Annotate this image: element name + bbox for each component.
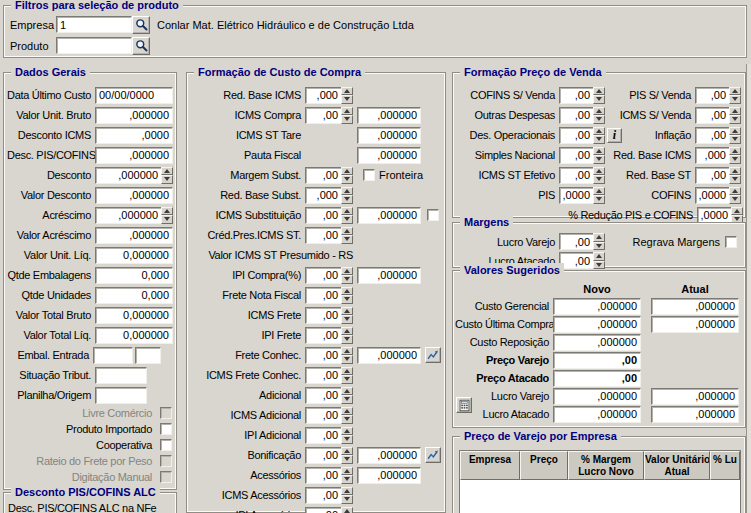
spinner[interactable]	[731, 207, 743, 224]
situacao-tribut-field[interactable]	[95, 367, 147, 384]
spinner[interactable]	[341, 507, 353, 513]
icms-compra-valor-field[interactable]: ,000000	[357, 107, 421, 124]
red-base-subst-spin-field[interactable]: ,000	[305, 187, 353, 204]
spinner[interactable]	[341, 267, 353, 284]
spin-up-icon[interactable]	[341, 387, 353, 396]
cred-pres-icms-st-spin-field[interactable]: ,00	[305, 227, 353, 244]
spinner[interactable]	[341, 107, 353, 124]
lucro-atacado-atual-field[interactable]: ,000000	[651, 406, 739, 423]
spinner[interactable]	[341, 227, 353, 244]
spin-up-icon[interactable]	[341, 367, 353, 376]
cooperativa-checkbox[interactable]	[160, 439, 172, 451]
spin-up-icon[interactable]	[341, 167, 353, 176]
spin-up-icon[interactable]	[729, 147, 741, 156]
spin-down-icon[interactable]	[729, 115, 741, 124]
lucro-varejo-spin-field[interactable]: ,00	[559, 233, 605, 250]
custo-ultima-compra-atual-field[interactable]: ,000000	[651, 316, 739, 333]
spin-up-icon[interactable]	[593, 167, 605, 176]
col-margem-lucro-novo-header[interactable]: % MargemLucro Novo	[568, 451, 644, 480]
embal-entrada-field-1[interactable]	[93, 347, 133, 364]
spin-down-icon[interactable]	[341, 335, 353, 344]
col-preco-header[interactable]: Preço	[520, 451, 568, 480]
regrava-margens-checkbox[interactable]	[725, 236, 737, 248]
spin-up-icon[interactable]	[341, 107, 353, 116]
icms-substituicao-valor-field[interactable]: ,000000	[357, 207, 421, 224]
red-base-icms-venda-spin-field[interactable]: ,000	[695, 147, 741, 164]
spinner[interactable]	[341, 387, 353, 404]
spinner[interactable]	[341, 487, 353, 504]
spin-down-icon[interactable]	[593, 242, 605, 251]
lucro-atacado-novo-field[interactable]: ,000000	[553, 406, 641, 423]
bonificacao-spin-field[interactable]: ,00	[305, 447, 353, 464]
spin-down-icon[interactable]	[341, 195, 353, 204]
spin-up-icon[interactable]	[341, 407, 353, 416]
spin-up-icon[interactable]	[341, 507, 353, 513]
spinner[interactable]	[341, 187, 353, 204]
spinner[interactable]	[341, 207, 353, 224]
spin-up-icon[interactable]	[341, 467, 353, 476]
spin-down-icon[interactable]	[729, 95, 741, 104]
spinner[interactable]	[729, 127, 741, 144]
icms-frete-conhec-spin-field[interactable]: ,00	[305, 367, 353, 384]
spin-up-icon[interactable]	[341, 207, 353, 216]
empresa-input[interactable]: 1	[56, 16, 132, 33]
spinner[interactable]	[729, 167, 741, 184]
spin-down-icon[interactable]	[341, 435, 353, 444]
outras-despesas-spin-field[interactable]: ,00	[559, 107, 605, 124]
ipi-compra-spin-field[interactable]: ,00	[305, 267, 353, 284]
custo-gerencial-atual-field[interactable]: ,000000	[651, 298, 739, 315]
frete-nota-fiscal-spin-field[interactable]: ,00	[305, 287, 353, 304]
spin-down-icon[interactable]	[593, 95, 605, 104]
spin-down-icon[interactable]	[161, 175, 173, 184]
frete-conhec-chart-button[interactable]	[425, 347, 441, 363]
ipi-compra-valor-field[interactable]: ,000000	[357, 267, 421, 284]
spinner[interactable]	[341, 407, 353, 424]
value-field[interactable]: 0,000000	[95, 247, 173, 264]
custo-reposicao-novo-field[interactable]: ,000000	[553, 334, 641, 351]
col-empresa-header[interactable]: Empresa	[460, 451, 520, 480]
spin-up-icon[interactable]	[593, 147, 605, 156]
spin-up-icon[interactable]	[341, 267, 353, 276]
cofins-s-venda-spin-field[interactable]: ,00	[559, 87, 605, 104]
pauta-fiscal-field[interactable]: ,000000	[357, 147, 421, 164]
col-lucro-header[interactable]: % Lu	[710, 451, 740, 480]
spinner[interactable]	[341, 87, 353, 104]
icms-substituicao-checkbox[interactable]	[427, 209, 439, 221]
pis-spin-field[interactable]: ,0000	[559, 187, 605, 204]
frete-conhec-spin-field[interactable]: ,00	[305, 347, 353, 364]
spin-up-icon[interactable]	[593, 252, 605, 261]
spin-down-icon[interactable]	[593, 155, 605, 164]
icms-s-venda-spin-field[interactable]: ,00	[695, 107, 741, 124]
spinner[interactable]	[729, 107, 741, 124]
value-field[interactable]: ,0000	[95, 127, 173, 144]
col-valor-unitario-atual-header[interactable]: Valor UnitárioAtual	[644, 451, 710, 480]
spin-up-icon[interactable]	[161, 167, 173, 176]
adicional-spin-field[interactable]: ,00	[305, 387, 353, 404]
lucro-varejo-novo-field[interactable]: ,000000	[553, 388, 641, 405]
spin-up-icon[interactable]	[341, 427, 353, 436]
spinner[interactable]	[729, 147, 741, 164]
spinner[interactable]	[593, 252, 605, 269]
acessorios-valor-field[interactable]: ,000000	[357, 467, 421, 484]
red-base-st-spin-field[interactable]: ,00	[695, 167, 741, 184]
spin-down-icon[interactable]	[341, 375, 353, 384]
value-field[interactable]: ,000000	[95, 147, 173, 164]
spinner[interactable]	[593, 167, 605, 184]
spin-down-icon[interactable]	[341, 295, 353, 304]
spin-down-icon[interactable]	[341, 415, 353, 424]
spin-down-icon[interactable]	[341, 215, 353, 224]
spin-down-icon[interactable]	[341, 475, 353, 484]
spin-down-icon[interactable]	[593, 115, 605, 124]
info-button[interactable]: i	[607, 128, 622, 143]
spinner[interactable]	[341, 327, 353, 344]
produto-input[interactable]	[56, 37, 132, 54]
spin-up-icon[interactable]	[341, 487, 353, 496]
spin-down-icon[interactable]	[341, 175, 353, 184]
spin-down-icon[interactable]	[341, 115, 353, 124]
spinner[interactable]	[593, 107, 605, 124]
value-field[interactable]: ,000000	[95, 107, 173, 124]
spin-up-icon[interactable]	[731, 207, 743, 216]
spin-up-icon[interactable]	[593, 87, 605, 96]
desconto-spin-field[interactable]: ,000000	[95, 167, 173, 184]
value-field[interactable]: 0,000000	[95, 327, 173, 344]
